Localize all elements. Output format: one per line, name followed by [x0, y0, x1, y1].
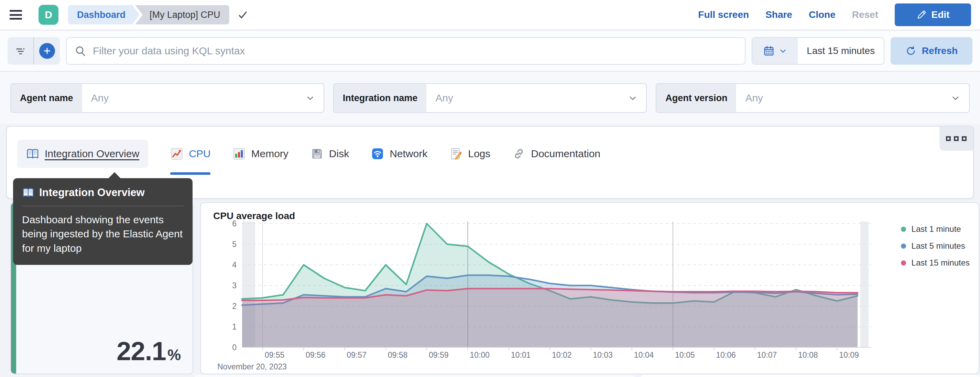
space-avatar[interactable]: D: [38, 5, 59, 25]
metric-unit: %: [167, 347, 181, 364]
kql-search-input[interactable]: [93, 45, 737, 57]
tab-integration-overview[interactable]: Integration Overview: [17, 140, 148, 168]
integration-name-select[interactable]: Any: [426, 84, 628, 112]
tab-label: Disk: [329, 148, 349, 160]
svg-text:10:07: 10:07: [757, 350, 777, 360]
agent-version-dropdown: Agent version Any: [656, 83, 970, 113]
search-icon: [74, 45, 87, 57]
tab-documentation[interactable]: Documentation: [512, 142, 600, 166]
svg-text:10:05: 10:05: [675, 350, 695, 360]
tab-label: Integration Overview: [45, 148, 139, 160]
memo-icon: [449, 147, 463, 160]
chevron-down-icon: [778, 46, 788, 56]
svg-text:10:00: 10:00: [470, 350, 490, 360]
next-row-panel-edge: [194, 375, 635, 377]
tab-label: Network: [390, 148, 427, 160]
edit-button[interactable]: Edit: [895, 3, 971, 26]
dropdown-label: Agent name: [11, 84, 82, 112]
calendar-icon: [763, 45, 775, 57]
legend-label: Last 5 minutes: [912, 241, 965, 251]
chart-increasing-icon: [170, 147, 183, 160]
dashboard-main: Integration Overview CPU Memory: [0, 124, 980, 377]
tab-memory[interactable]: Memory: [232, 142, 288, 166]
book-icon: [26, 147, 39, 160]
tab-label: CPU: [189, 148, 210, 160]
tab-label: Documentation: [531, 148, 600, 160]
agent-version-select[interactable]: Any: [736, 84, 950, 112]
svg-text:10:08: 10:08: [798, 350, 818, 360]
agent-name-dropdown: Agent name Any: [10, 83, 324, 113]
metric-value: 22.1 %: [116, 336, 181, 366]
check-icon: [237, 9, 248, 21]
chevron-down-icon[interactable]: [950, 84, 969, 112]
cpu-average-load-panel[interactable]: CPU average load 012345609:5509:5609:570…: [200, 202, 979, 374]
floppy-disk-icon: [310, 147, 324, 160]
svg-text:0: 0: [232, 343, 237, 352]
query-bar: Last 15 minutes Refresh: [0, 31, 980, 72]
svg-text:6: 6: [232, 220, 237, 228]
svg-text:10:01: 10:01: [511, 350, 531, 360]
time-range-picker: Last 15 minutes: [752, 37, 885, 65]
svg-text:09:57: 09:57: [347, 350, 367, 360]
bar-chart-icon: [232, 147, 245, 160]
tooltip-title-text: Integration Overview: [39, 186, 145, 199]
svg-text:10:06: 10:06: [716, 350, 736, 360]
share-button[interactable]: Share: [765, 9, 792, 20]
add-filter-button[interactable]: [34, 37, 60, 65]
tooltip-body: Dashboard showing the events being inges…: [22, 213, 184, 255]
book-icon: [22, 186, 34, 199]
legend-item-last-1-minute[interactable]: Last 1 minute: [901, 224, 970, 234]
reset-button[interactable]: Reset: [852, 9, 878, 20]
svg-text:10:03: 10:03: [593, 350, 613, 360]
agent-name-select[interactable]: Any: [82, 84, 305, 112]
control-filters-row: Agent name Any Integration name Any Agen…: [0, 72, 980, 124]
breadcrumb: Dashboard [My Laptop] CPU: [68, 5, 248, 24]
menu-icon[interactable]: [10, 10, 22, 20]
x-axis-date-label: November 20, 2023: [217, 362, 287, 371]
filter-funnel-icon[interactable]: [8, 37, 33, 65]
breadcrumb-dashboard[interactable]: Dashboard: [68, 5, 139, 24]
legend-label: Last 15 minutes: [912, 258, 970, 267]
panel-options-button[interactable]: [939, 127, 973, 151]
time-range-value[interactable]: Last 15 minutes: [798, 38, 884, 64]
integration-overview-tooltip: Integration Overview Dashboard showing t…: [13, 178, 192, 265]
tab-network[interactable]: Network: [371, 142, 427, 166]
dashboard-links: Integration Overview CPU Memory: [7, 127, 973, 168]
wireless-icon: [371, 147, 384, 160]
svg-text:09:56: 09:56: [306, 350, 326, 360]
plus-icon: [39, 43, 55, 59]
svg-text:09:59: 09:59: [429, 350, 449, 360]
svg-text:5: 5: [232, 240, 237, 249]
tab-disk[interactable]: Disk: [310, 142, 349, 166]
chevron-down-icon[interactable]: [305, 84, 324, 112]
tab-cpu[interactable]: CPU: [170, 142, 210, 166]
cpu-average-load-chart[interactable]: 012345609:5509:5609:5709:5809:5910:0010:…: [208, 220, 875, 374]
clone-button[interactable]: Clone: [809, 9, 835, 20]
pencil-icon: [916, 10, 927, 20]
tab-logs[interactable]: Logs: [449, 142, 490, 166]
chart-legend: Last 1 minute Last 5 minutes Last 15 min…: [901, 224, 970, 267]
svg-text:09:55: 09:55: [265, 350, 285, 360]
svg-text:3: 3: [232, 281, 237, 290]
dropdown-label: Integration name: [334, 84, 427, 112]
breadcrumb-current-page[interactable]: [My Laptop] CPU: [135, 5, 229, 24]
legend-item-last-15-minutes[interactable]: Last 15 minutes: [901, 258, 970, 267]
tab-label: Memory: [251, 148, 288, 160]
refresh-button[interactable]: Refresh: [891, 37, 972, 65]
kql-search-box: [66, 37, 746, 65]
refresh-button-label: Refresh: [922, 45, 958, 56]
next-row-panel-edge: [640, 375, 980, 377]
top-header: D Dashboard [My Laptop] CPU Full screen …: [0, 0, 980, 30]
full-screen-button[interactable]: Full screen: [698, 9, 749, 20]
legend-item-last-5-minutes[interactable]: Last 5 minutes: [901, 241, 970, 251]
integration-name-dropdown: Integration name Any: [333, 83, 647, 113]
svg-text:10:04: 10:04: [634, 350, 654, 360]
tab-label: Logs: [468, 148, 490, 160]
dashboard-page: D Dashboard [My Laptop] CPU Full screen …: [0, 0, 980, 377]
legend-label: Last 1 minute: [912, 224, 961, 234]
svg-text:09:58: 09:58: [388, 350, 408, 360]
chevron-down-icon[interactable]: [628, 84, 646, 112]
svg-text:10:09: 10:09: [839, 350, 859, 360]
dropdown-label: Agent version: [656, 84, 736, 112]
calendar-menu-button[interactable]: [752, 38, 798, 64]
